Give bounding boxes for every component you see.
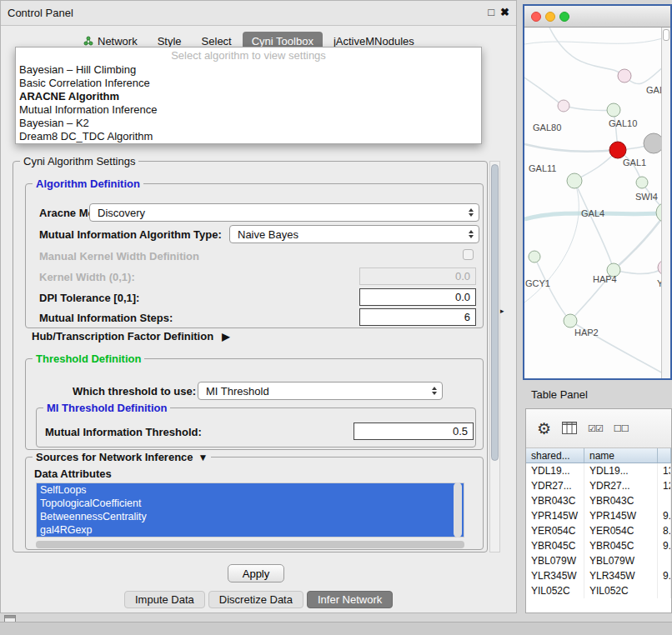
network-node[interactable]: [607, 103, 620, 117]
table-row[interactable]: YBR045CYBR045C9.: [526, 538, 671, 553]
deselect-all-icon[interactable]: ☐☐: [614, 424, 629, 433]
table-cell[interactable]: YPR145W: [526, 508, 584, 523]
settings-scrollbar[interactable]: [489, 161, 500, 552]
settings-scrollbar-thumb[interactable]: [491, 164, 499, 461]
network-vertical-scrollbar[interactable]: [661, 28, 670, 378]
column-header-shared-name[interactable]: shared...: [526, 448, 584, 462]
mi-algorithm-type-combobox[interactable]: Naive Bayes: [229, 225, 479, 243]
mi-threshold-label: Mutual Information Threshold:: [45, 426, 202, 438]
table-cell[interactable]: YDR27...: [584, 478, 658, 493]
table-cell[interactable]: [658, 553, 671, 568]
bottom-tab-bar: Impute Data Discretize Data Infer Networ…: [124, 591, 393, 608]
tab-network-label: Network: [98, 35, 138, 48]
table-row[interactable]: YDR27...YDR27...12: [526, 478, 671, 493]
algorithm-option[interactable]: Mutual Information Inference: [16, 103, 481, 117]
expanded-arrow-icon[interactable]: ▼: [198, 452, 208, 463]
network-node[interactable]: [529, 251, 540, 262]
table-cell[interactable]: YDR27...: [526, 478, 584, 493]
tab-style-label: Style: [158, 35, 182, 48]
table-cell[interactable]: YBR045C: [584, 538, 658, 553]
table-cell[interactable]: YLR345W: [584, 568, 658, 583]
mi-threshold-input[interactable]: [354, 422, 474, 440]
table-cell[interactable]: 8.: [658, 523, 671, 538]
close-icon[interactable]: ✖: [500, 6, 509, 18]
table-row[interactable]: YBL079WYBL079W: [526, 553, 671, 568]
network-node[interactable]: [567, 173, 582, 188]
table-cell[interactable]: YDL19...: [584, 463, 658, 478]
table-cell[interactable]: YBR045C: [526, 538, 584, 553]
aracne-mode-combobox[interactable]: Discovery: [89, 203, 479, 222]
manual-kernel-width-checkbox[interactable]: [463, 249, 474, 260]
table-cell[interactable]: YPR145W: [584, 508, 658, 523]
columns-icon[interactable]: [562, 422, 577, 436]
network-window-titlebar[interactable]: [524, 6, 670, 28]
gear-icon[interactable]: ⚙: [537, 421, 551, 437]
mi-algorithm-type-value: Naive Bayes: [238, 228, 298, 241]
network-canvas[interactable]: GAL8GAL80GAL10GAL11GAL1SWI4GAL4GCY1HAP4H…: [524, 28, 670, 378]
table-cell[interactable]: YIL052C: [584, 583, 658, 598]
table-cell[interactable]: YDL19...: [526, 463, 584, 478]
hub-transcription-section-toggle[interactable]: Hub/Transcription Factor Definition ▶: [32, 330, 229, 342]
table-cell[interactable]: [658, 583, 671, 598]
collapsed-arrow-icon[interactable]: ▶: [222, 331, 229, 342]
mi-steps-input[interactable]: [359, 308, 476, 326]
table-row[interactable]: YER054CYER054C8.: [526, 523, 671, 538]
tab-discretize-data[interactable]: Discretize Data: [208, 591, 303, 608]
table-cell[interactable]: YBR043C: [526, 493, 584, 508]
network-node[interactable]: [636, 177, 648, 188]
network-node[interactable]: [618, 69, 631, 82]
dpi-tolerance-input[interactable]: [359, 288, 476, 306]
table-cell[interactable]: 12: [658, 478, 671, 493]
column-header-name[interactable]: name: [584, 448, 658, 462]
table-row[interactable]: YLR345WYLR345W9.: [526, 568, 671, 583]
network-graph: GAL8GAL80GAL10GAL11GAL1SWI4GAL4GCY1HAP4H…: [524, 28, 670, 378]
mac-zoom-icon[interactable]: [559, 12, 569, 22]
table-cell[interactable]: YBL079W: [584, 553, 658, 568]
mac-minimize-icon[interactable]: [545, 12, 555, 22]
network-node[interactable]: [609, 142, 626, 158]
threshold-definition-title: Threshold Definition: [33, 352, 144, 365]
splitter-handle-icon[interactable]: ▸: [500, 307, 504, 315]
table-row[interactable]: YBR043CYBR043C: [526, 493, 671, 508]
attribute-list-item[interactable]: BetweennessCentrality: [37, 510, 464, 523]
table-cell[interactable]: YBL079W: [526, 553, 584, 568]
network-node-label: SWI4: [635, 192, 658, 202]
kernel-width-input[interactable]: [359, 268, 476, 285]
tab-impute-data[interactable]: Impute Data: [124, 591, 205, 608]
table-cell[interactable]: 13: [658, 463, 671, 478]
algorithm-option[interactable]: Bayesian – K2: [16, 117, 481, 130]
apply-button[interactable]: Apply: [228, 564, 284, 582]
tab-infer-network[interactable]: Infer Network: [307, 591, 393, 608]
attribute-list-item[interactable]: gal4RGexp: [37, 523, 464, 537]
table-row[interactable]: YIL052CYIL052C: [526, 583, 671, 598]
table-cell[interactable]: YER054C: [526, 523, 584, 538]
column-header-extra[interactable]: [658, 448, 671, 462]
attributes-horizontal-scrollbar[interactable]: [36, 541, 464, 548]
network-node[interactable]: [564, 314, 577, 328]
attribute-list-item[interactable]: TopologicalCoefficient: [37, 497, 464, 510]
network-node[interactable]: [558, 100, 569, 112]
table-cell[interactable]: YIL052C: [526, 583, 584, 598]
algorithm-option[interactable]: Dream8 DC_TDC Algorithm: [16, 130, 481, 143]
table-cell[interactable]: YBR043C: [584, 493, 658, 508]
attributes-vertical-scrollbar[interactable]: [454, 482, 462, 538]
mac-close-icon[interactable]: [531, 12, 541, 22]
algorithm-option[interactable]: Basic Correlation Inference: [16, 77, 481, 90]
hub-transcription-label: Hub/Transcription Factor Definition: [32, 330, 213, 342]
table-cell[interactable]: 9.: [658, 538, 671, 553]
table-cell[interactable]: YER054C: [584, 523, 658, 538]
table-row[interactable]: YPR145WYPR145W9.: [526, 508, 671, 523]
float-window-icon[interactable]: □: [488, 6, 494, 18]
table-cell[interactable]: YLR345W: [526, 568, 584, 583]
which-threshold-combobox[interactable]: MI Threshold: [198, 382, 443, 400]
table-row[interactable]: YDL19...YDL19...13: [526, 463, 671, 478]
table-cell[interactable]: 9.: [658, 568, 671, 583]
select-all-icon[interactable]: ☑☑: [588, 424, 603, 433]
table-cell[interactable]: [658, 493, 671, 508]
attribute-list-item[interactable]: SelfLoops: [37, 483, 464, 497]
algorithm-option[interactable]: Bayesian – Hill Climbing: [16, 63, 481, 77]
network-scrollbar-thumb[interactable]: [663, 29, 669, 41]
table-cell[interactable]: 9.: [658, 508, 671, 523]
algorithm-option[interactable]: ARACNE Algorithm: [16, 90, 481, 103]
data-attributes-list[interactable]: SelfLoopsTopologicalCoefficientBetweenne…: [36, 482, 464, 538]
